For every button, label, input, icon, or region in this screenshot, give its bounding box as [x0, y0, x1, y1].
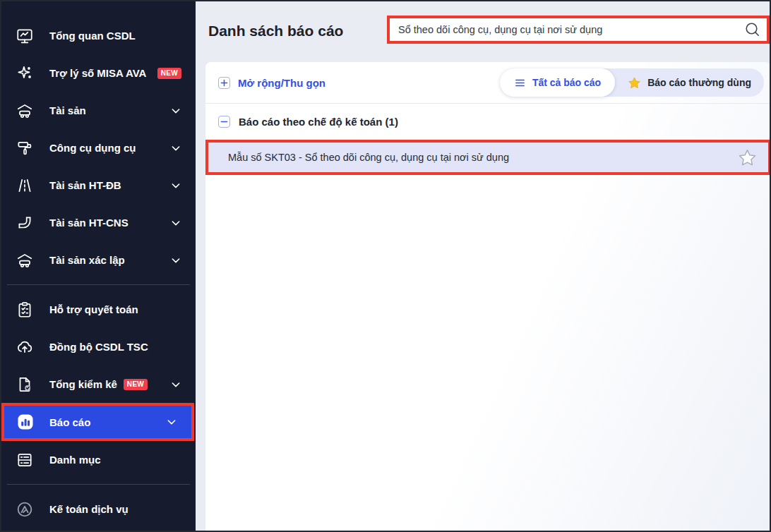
misa-logo-icon — [16, 500, 34, 519]
sidebar-item-label: Danh mục — [49, 454, 101, 466]
road-icon — [16, 176, 34, 195]
chevron-down-icon — [170, 143, 181, 154]
sidebar-item-danh-muc[interactable]: Danh mục — [0, 441, 196, 478]
cloud-upload-icon — [16, 338, 34, 356]
sidebar-item-dong-bo-csdl-tsc[interactable]: Đồng bộ CSDL TSC — [0, 328, 196, 365]
sidebar-item-ke-toan-dich-vu[interactable]: Kế toán dịch vụ — [0, 490, 196, 528]
report-row-title: Mẫu số SKT03 - Sổ theo dõi công cụ, dụng… — [228, 152, 509, 163]
sidebar-item-label: Tổng kiểm kê — [49, 378, 117, 390]
sidebar-item-label: Công cụ dụng cụ — [49, 142, 136, 154]
sidebar-item-tai-san[interactable]: Tài sản — [0, 92, 196, 129]
sidebar-item-tai-san-ht-cns[interactable]: Tài sản HT-CNS — [0, 204, 196, 241]
sidebar-divider — [7, 284, 190, 285]
sidebar-item-label: Tài sản — [49, 104, 86, 116]
report-list-panel: Mở rộng/Thu gọn Tất cả báo cáo — [205, 62, 771, 532]
search-icon[interactable] — [744, 21, 761, 38]
report-section-header[interactable]: Báo cáo theo chế độ kế toán (1) — [205, 104, 771, 140]
sidebar-item-label: Tổng quan CSDL — [49, 30, 136, 42]
chevron-down-icon — [166, 416, 177, 428]
report-section-title: Báo cáo theo chế độ kế toán (1) — [239, 116, 398, 128]
clipboard-check-icon — [16, 301, 34, 319]
main-area: Danh sách báo cáo Mở rộ — [196, 0, 771, 532]
report-row-skt03[interactable]: Mẫu số SKT03 - Sổ theo dõi công cụ, dụng… — [208, 143, 768, 172]
expand-collapse-button[interactable]: Mở rộng/Thu gọn — [218, 77, 325, 89]
document-check-icon — [16, 375, 34, 394]
paint-roller-icon — [16, 139, 34, 157]
main-header: Danh sách báo cáo — [196, 0, 771, 62]
annotation-box-report-row: Mẫu số SKT03 - Sổ theo dõi công cụ, dụng… — [205, 140, 771, 175]
chevron-down-icon — [170, 255, 181, 266]
dashboard-monitor-icon — [16, 27, 34, 45]
filter-all-reports-tab[interactable]: Tất cả báo cáo — [500, 68, 615, 97]
sparkle-icon — [16, 64, 34, 83]
chevron-down-icon — [170, 379, 181, 390]
sidebar-item-ho-tro-quyet-toan[interactable]: Hỗ trợ quyết toán — [0, 291, 196, 328]
sidebar-item-tai-san-xac-lap[interactable]: Tài sản xác lập — [0, 241, 196, 279]
chevron-down-icon — [170, 217, 181, 229]
filter-favorites-label: Báo cáo thường dùng — [647, 77, 751, 88]
filter-all-label: Tất cả báo cáo — [532, 77, 601, 88]
sidebar-item-label: Trợ lý số MISA AVA — [49, 67, 146, 79]
sidebar-item-label: Tài sản HT-ĐB — [49, 179, 121, 191]
minus-square-icon — [218, 116, 230, 128]
sidebar-item-label: Kế toán dịch vụ — [49, 503, 128, 515]
filter-favorites-tab[interactable]: Báo cáo thường dùng — [615, 68, 764, 97]
chevron-down-icon — [170, 105, 181, 116]
new-badge: NEW — [157, 68, 181, 79]
sidebar-item-label: Đồng bộ CSDL TSC — [49, 341, 148, 353]
sidebar: Tổng quan CSDL Trợ lý số MISA AVA NEW — [0, 0, 196, 532]
app-window: Tổng quan CSDL Trợ lý số MISA AVA NEW — [0, 0, 771, 532]
sidebar-item-label: Tài sản HT-CNS — [49, 217, 128, 229]
plus-square-icon — [218, 77, 230, 89]
sidebar-item-tai-san-ht-db[interactable]: Tài sản HT-ĐB — [0, 167, 196, 204]
sidebar-item-tro-ly-so-misa-ava[interactable]: Trợ lý số MISA AVA NEW — [0, 54, 196, 92]
asset-garage-car-icon — [16, 251, 34, 270]
page-title: Danh sách báo cáo — [208, 0, 343, 62]
bar-chart-icon — [16, 412, 35, 432]
sidebar-divider — [7, 484, 190, 485]
search-input[interactable] — [398, 24, 744, 35]
sidebar-item-label: Báo cáo — [49, 416, 90, 428]
asset-garage-car-icon — [16, 102, 34, 120]
pipe-icon — [16, 214, 34, 232]
annotation-box-search — [387, 16, 770, 44]
sidebar-item-tong-kiem-ke[interactable]: Tổng kiểm kê NEW — [0, 365, 196, 403]
sidebar-item-bao-cao[interactable]: Báo cáo — [4, 406, 191, 438]
new-badge: NEW — [124, 379, 148, 390]
sidebar-item-label: Tài sản xác lập — [49, 254, 125, 266]
catalog-list-icon — [16, 451, 34, 469]
sidebar-item-label: Hỗ trợ quyết toán — [49, 303, 138, 315]
star-icon — [628, 76, 641, 90]
hamburger-icon — [514, 77, 526, 89]
report-filter-toggle: Tất cả báo cáo Báo cáo thường dùng — [500, 68, 764, 97]
expand-collapse-label: Mở rộng/Thu gọn — [238, 77, 325, 89]
sidebar-item-tong-quan-csdl[interactable]: Tổng quan CSDL — [0, 17, 196, 54]
annotation-box-sidebar-bao-cao: Báo cáo — [1, 403, 194, 441]
favorite-star-icon[interactable] — [738, 148, 757, 167]
chevron-down-icon — [170, 180, 181, 191]
report-toolbar: Mở rộng/Thu gọn Tất cả báo cáo — [205, 62, 771, 103]
sidebar-item-cong-cu-dung-cu[interactable]: Công cụ dụng cụ — [0, 129, 196, 167]
